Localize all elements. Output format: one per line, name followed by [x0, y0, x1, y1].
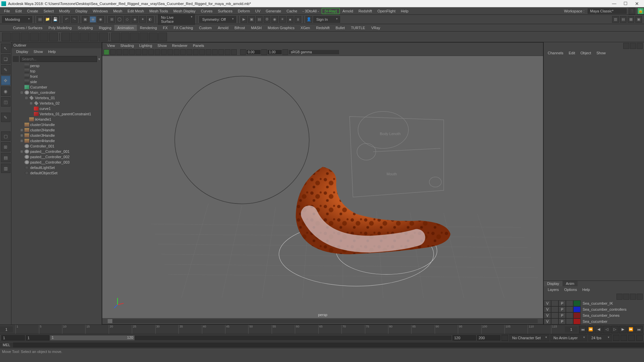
vp-gate-icon[interactable] — [142, 49, 148, 55]
menu-cache[interactable]: Cache — [284, 8, 300, 14]
shelf-tab-custom[interactable]: Custom — [196, 25, 215, 31]
vp-menu-view[interactable]: View — [104, 43, 118, 48]
vp-dof-icon[interactable] — [231, 49, 237, 55]
save-scene-icon[interactable]: 💾 — [52, 16, 59, 23]
layer-menu-layers[interactable]: Layers — [545, 287, 561, 292]
layer-new-icon[interactable] — [637, 294, 643, 300]
goto-end-icon[interactable]: ⏭ — [635, 326, 643, 333]
vp-xray-icon[interactable] — [199, 49, 205, 55]
redo-icon[interactable]: ↷ — [71, 16, 77, 23]
search-dropdown-icon[interactable]: ▾ — [98, 57, 100, 61]
vp-view-transform-icon[interactable] — [282, 49, 288, 55]
shelf-tab-redshift[interactable]: Redshift — [313, 25, 332, 31]
outliner-item[interactable]: pasted__Controller_002 — [11, 154, 100, 160]
menu-edit[interactable]: Edit — [13, 8, 24, 14]
render-settings-icon[interactable]: ⚙ — [264, 16, 270, 23]
toggle-modeling-icon[interactable]: ▣ — [635, 16, 642, 23]
menu-3dtoall[interactable]: - 3DtoAll - — [300, 8, 322, 14]
outliner-menu-show[interactable]: Show — [31, 49, 46, 54]
vp-motion-icon[interactable] — [218, 49, 224, 55]
range-start-input[interactable] — [1, 335, 25, 341]
shelf-constraint5-icon[interactable] — [149, 33, 158, 41]
cb-menu-show[interactable]: Show — [594, 50, 608, 56]
outliner-item[interactable]: ikHandle1 — [11, 117, 100, 122]
last-tool-icon[interactable]: ✎ — [1, 113, 10, 122]
menu-file[interactable]: File — [1, 8, 13, 14]
vp-shadow-icon[interactable] — [186, 49, 192, 55]
vp-2d-icon[interactable] — [123, 49, 128, 55]
lasso-tool-icon[interactable]: ❏ — [1, 54, 10, 64]
outliner-search-input[interactable] — [20, 56, 97, 62]
time-ruler[interactable]: 1510152025303540455055606570758085909510… — [13, 325, 565, 334]
shelf-constraint4-icon[interactable] — [140, 33, 148, 41]
cb-menu-object[interactable]: Object — [578, 50, 594, 56]
outliner-item[interactable]: Cucumber — [11, 84, 100, 90]
viewport-canvas[interactable]: Body Lenoth Mouth — [102, 56, 543, 318]
animlayer-dropdown[interactable]: No Anim Layer — [550, 335, 587, 341]
vp-gamma-field[interactable]: 1.00 — [268, 50, 282, 54]
shelf-tab-vray[interactable]: VRay — [368, 25, 383, 31]
account-icon[interactable]: 👤 — [306, 16, 312, 23]
signin-dropdown[interactable]: Sign In — [313, 16, 340, 23]
outliner-item[interactable]: ⊞cluster3Handle — [11, 133, 100, 138]
shelf-tab-arnold[interactable]: Arnold — [215, 25, 231, 31]
vp-gamma-icon[interactable] — [261, 49, 267, 55]
shelf-tab-bifrost[interactable]: Bifrost — [231, 25, 248, 31]
select-object-icon[interactable]: ◈ — [90, 16, 96, 23]
layer-down-icon[interactable] — [623, 294, 629, 300]
cb-menu-channels[interactable]: Channels — [545, 50, 566, 56]
range-track[interactable]: 1120 — [50, 336, 451, 340]
step-fwd-icon[interactable]: ▶ — [619, 326, 627, 333]
shelf-key-icon[interactable] — [40, 33, 48, 41]
shelf-tab-curves[interactable]: Curves / Surfaces — [10, 25, 45, 31]
lock-icon[interactable]: 🔒 — [637, 8, 644, 14]
menu-editmesh[interactable]: Edit Mesh — [125, 8, 147, 14]
outliner-item[interactable]: curve1 — [11, 106, 100, 111]
menu-select[interactable]: Select — [41, 8, 57, 14]
shelf-control-icon[interactable] — [2, 33, 11, 41]
vp-iso-icon[interactable] — [193, 49, 199, 55]
layout-outliner-icon[interactable]: ▤ — [1, 153, 10, 162]
menu-display[interactable]: Display — [73, 8, 90, 14]
shelf-tab-rendering[interactable]: Rendering — [137, 25, 160, 31]
render-icon[interactable]: ▶ — [240, 16, 247, 23]
menuset-dropdown[interactable]: Modeling — [2, 16, 32, 23]
step-back-icon[interactable]: ◀ — [595, 326, 602, 333]
outliner-item[interactable]: defaultObjectSet — [11, 170, 100, 176]
outliner-item[interactable]: Controller_001 — [11, 143, 100, 149]
current-frame-end[interactable]: 1 — [565, 326, 578, 333]
vp-bookmark-icon[interactable] — [110, 49, 116, 55]
snap-point-icon[interactable]: ◇ — [124, 16, 130, 23]
cmd-lang-button[interactable]: MEL — [0, 342, 13, 348]
layer-row[interactable]: VPSea_cucumber_bones — [544, 312, 644, 318]
toggle-attr-icon[interactable]: ▤ — [620, 16, 627, 23]
symmetry-dropdown[interactable]: Symmetry: Off — [199, 16, 236, 23]
workspace-option-icon[interactable]: ⋮ — [629, 8, 635, 14]
outliner-item[interactable]: ⊞Vertebra_02 — [11, 101, 100, 106]
play-fwd-icon[interactable]: ▷ — [611, 326, 619, 333]
rotate-tool-icon[interactable]: ◉ — [1, 86, 10, 96]
shelf-setkey4-icon[interactable] — [90, 33, 98, 41]
snap-grid-icon[interactable]: ⊞ — [108, 16, 115, 23]
layer-menu-options[interactable]: Options — [561, 287, 580, 292]
minimize-button[interactable]: — — [608, 0, 620, 7]
cb-icon-2[interactable] — [630, 43, 636, 49]
snap-plane-icon[interactable]: ◈ — [131, 16, 138, 23]
vp-select-cam-icon[interactable] — [104, 49, 109, 55]
vp-menu-renderer[interactable]: Renderer — [169, 43, 190, 48]
char-icon[interactable] — [636, 335, 643, 341]
playblast-icon[interactable]: ■ — [287, 16, 293, 23]
step-back-key-icon[interactable]: ⏪ — [587, 326, 594, 333]
live-surface-dropdown[interactable]: No Live Surface — [158, 14, 195, 25]
open-scene-icon[interactable]: 📁 — [44, 16, 51, 23]
move-tool-icon[interactable]: ✥ — [1, 76, 10, 85]
menu-mesh[interactable]: Mesh — [110, 8, 125, 14]
outliner-item[interactable]: persp — [11, 63, 100, 68]
layer-tab-display[interactable]: Display — [544, 281, 562, 286]
vp-safe-icon[interactable] — [155, 49, 160, 55]
shelf-constraint1-icon[interactable] — [111, 33, 120, 41]
layer-up-icon[interactable] — [616, 294, 623, 300]
vp-tex-icon[interactable] — [174, 49, 179, 55]
workspace-dropdown[interactable]: Maya Classic* — [588, 8, 627, 14]
shelf-tab-mash[interactable]: MASH — [248, 25, 265, 31]
